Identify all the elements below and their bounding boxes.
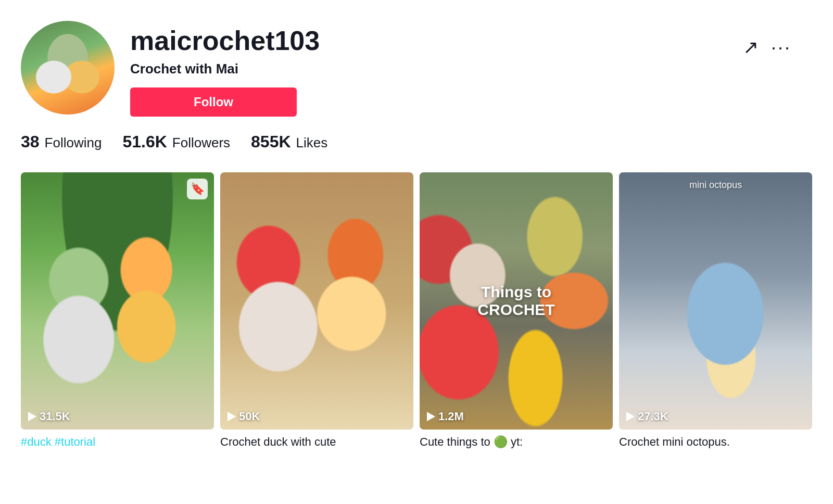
thumbnail-image-2 [220,172,413,429]
share-button[interactable]: ↗ [743,36,759,58]
play-count-1: 31.5K [28,410,70,423]
following-label: Following [45,135,102,151]
video-title-3: Cute things to 🟢 yt: [420,435,613,450]
avatar [21,21,115,115]
play-icon-3 [427,412,435,421]
more-options-button[interactable]: ··· [771,36,791,58]
play-icon-4 [626,412,635,421]
thumbnail-image-1 [21,172,214,429]
profile-actions: ↗ ··· [743,21,812,58]
play-icon-1 [28,412,36,421]
play-icon-2 [228,412,236,421]
play-count-4: 27.3K [626,410,668,423]
video-thumbnail-4: mini octopus 27.3K [619,172,812,429]
bookmark-icon: 🔖 [187,179,208,199]
video-card-4[interactable]: mini octopus 27.3K Crochet mini octopus. [619,172,812,449]
video-thumbnail-1: 🔖 31.5K [21,172,214,429]
video-title-2: Crochet duck with cute [220,435,413,450]
thumbnail-image-4 [619,172,812,429]
avatar-image [21,21,115,115]
video-thumbnail-2: 50K [220,172,413,429]
video-thumbnail-3: Things toCROCHET 1.2M [420,172,613,429]
follow-button[interactable]: Follow [130,87,297,117]
following-count: 38 [21,132,40,152]
corner-label-4: mini octopus [689,180,742,191]
video-title-1: #duck #tutorial [21,435,214,450]
play-count-3: 1.2M [427,410,464,423]
profile-page: maicrochet103 Crochet with Mai Follow ↗ … [0,0,833,449]
followers-label: Followers [172,135,230,151]
video-title-4: Crochet mini octopus. [619,435,812,450]
likes-label: Likes [296,135,328,151]
username: maicrochet103 [130,26,727,56]
profile-header: maicrochet103 Crochet with Mai Follow ↗ … [0,0,833,132]
profile-info: maicrochet103 Crochet with Mai Follow [130,21,727,117]
video-card-1[interactable]: 🔖 31.5K #duck #tutorial [21,172,214,449]
followers-stat[interactable]: 51.6K Followers [122,132,230,152]
play-count-2: 50K [228,410,260,423]
video-card-3[interactable]: Things toCROCHET 1.2M Cute things to 🟢 y… [420,172,613,449]
videos-grid: 🔖 31.5K #duck #tutorial 50K Crochet duck… [0,167,833,449]
following-stat[interactable]: 38 Following [21,132,102,152]
overlay-text-3: Things toCROCHET [477,283,554,319]
likes-count: 855K [251,132,291,152]
likes-stat[interactable]: 855K Likes [251,132,327,152]
followers-count: 51.6K [122,132,167,152]
video-card-2[interactable]: 50K Crochet duck with cute [220,172,413,449]
display-name: Crochet with Mai [130,61,727,77]
stats-section: 38 Following 51.6K Followers 855K Likes [0,132,833,167]
